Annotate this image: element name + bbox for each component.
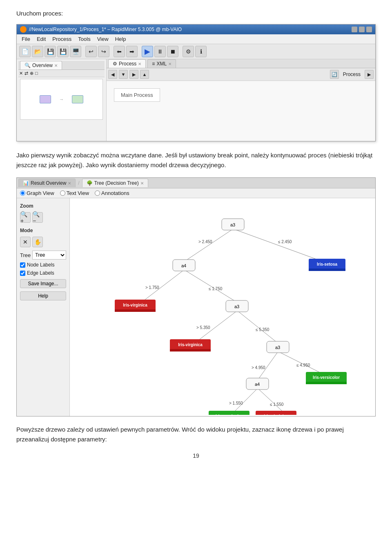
select-mode-btn[interactable]: ✕ <box>20 237 31 247</box>
menu-help[interactable]: Help <box>112 35 129 43</box>
menu-process[interactable]: Process <box>49 35 75 43</box>
iris-virginica-2-bar <box>170 349 211 352</box>
tree-tab[interactable]: 🌳 Tree (Decision Tree) ✕ <box>82 179 148 187</box>
tree-select-label: Tree <box>20 252 31 258</box>
toolbar-settings[interactable]: ⚙ <box>183 46 194 57</box>
tree-select-row: Tree Tree <box>20 251 66 260</box>
menu-view[interactable]: View <box>94 35 112 43</box>
toolbar-info[interactable]: ℹ <box>195 46 207 57</box>
edge-label-a3mid-vir2: > 5.350 <box>196 325 210 330</box>
minimize-btn[interactable] <box>352 27 357 32</box>
toolbar-open[interactable]: 📂 <box>32 46 43 57</box>
text-view-radio[interactable]: Text View <box>60 190 89 196</box>
node-labels-checkbox[interactable] <box>20 262 25 268</box>
app-window: //NewLocalRepository_1/Proces_1* – Rapid… <box>16 24 376 141</box>
left-panel-icon2: ⇄ <box>24 71 28 76</box>
close-btn[interactable] <box>366 27 372 32</box>
toolbar-export[interactable]: 🖥️ <box>70 46 81 57</box>
edge-root-a4 <box>184 229 233 262</box>
menu-tools[interactable]: Tools <box>75 35 94 43</box>
toolbar-back[interactable]: ⬅ <box>114 46 125 57</box>
nav-back[interactable]: ◀ <box>108 70 117 79</box>
graph-view-radio[interactable]: Graph View <box>20 190 54 196</box>
result-window: 📊 Result Overview ✕ / 🌳 Tree (Decision T… <box>16 177 376 416</box>
help-btn[interactable]: Help <box>20 291 66 300</box>
pan-mode-btn[interactable]: ✋ <box>32 237 43 247</box>
tree-layout: Zoom 🔍+ 🔍− Mode ✕ ✋ Tree Tree Node Label… <box>17 198 375 416</box>
toolbar-fwd[interactable]: ➡ <box>126 46 138 57</box>
toolbar-save2[interactable]: 💾 <box>57 46 69 57</box>
xml-tab-close[interactable]: ✕ <box>168 62 172 66</box>
iris-virginica-1-bar <box>115 309 156 312</box>
node-a3-mid-label: a3 <box>234 304 239 309</box>
node-a3-low-label: a3 <box>275 345 280 350</box>
nav-up[interactable]: ▲ <box>140 70 149 79</box>
graph-view-label: Graph View <box>27 190 54 196</box>
node-iris-versicolor-1-label: Iris-versicolor <box>313 375 340 380</box>
annotations-radio[interactable]: Annotations <box>95 190 129 196</box>
mode-label: Mode <box>20 228 66 233</box>
nav-dropdown[interactable]: ▼ <box>119 70 128 79</box>
tree-tab-label: Tree (Decision Tree) <box>94 180 139 186</box>
tree-tab-close[interactable]: ✕ <box>140 181 144 186</box>
xml-tab[interactable]: ≡ XML ✕ <box>147 59 176 68</box>
mini-arrow: → <box>59 97 64 102</box>
node-labels-row[interactable]: Node Labels <box>20 262 66 268</box>
tree-dropdown[interactable]: Tree <box>32 251 66 260</box>
edge-label-root-setosa: ≤ 2.450 <box>278 240 292 244</box>
mini-node-1 <box>40 95 51 103</box>
result-overview-tab[interactable]: 📊 Result Overview ✕ <box>18 179 76 187</box>
edge-labels-row[interactable]: Edge Labels <box>20 270 66 276</box>
edge-label-a3low-vers1: ≤ 4.950 <box>296 363 310 367</box>
search-icon: 🔍 <box>24 63 31 68</box>
zoom-out-btn[interactable]: 🔍− <box>32 212 43 223</box>
annotations-label: Annotations <box>101 190 129 196</box>
toolbar-undo[interactable]: ↩ <box>85 46 97 57</box>
page-number: 19 <box>16 452 376 459</box>
edge-root-setosa <box>233 229 323 262</box>
toolbar-new[interactable]: 📄 <box>19 46 31 57</box>
toolbar-redo[interactable]: ↪ <box>98 46 109 57</box>
graph-view-input[interactable] <box>20 190 25 196</box>
mini-node-2 <box>72 95 83 103</box>
xml-tab-icon: ≡ <box>152 61 155 67</box>
menu-edit[interactable]: Edit <box>33 35 49 43</box>
toolbar-run[interactable]: ▶ <box>142 46 153 57</box>
node-iris-virginica-2-label: Iris-virginica <box>178 343 203 347</box>
node-iris-virginica-1-label: Iris-virginica <box>123 303 147 307</box>
nav-play[interactable]: ▶ <box>365 70 374 79</box>
process-tab-label: Process <box>119 61 136 67</box>
edge-label-a4-vir1: > 1.750 <box>145 285 159 290</box>
process-label: Process <box>341 71 363 78</box>
process-tab[interactable]: ⚙ Process ✕ <box>108 59 146 68</box>
maximize-btn[interactable] <box>359 27 365 32</box>
menu-file[interactable]: File <box>18 35 33 43</box>
overview-tab-close[interactable]: ✕ <box>54 63 58 68</box>
left-panel-icon4: □ <box>35 71 38 76</box>
left-tab-bar: 🔍 Overview ✕ <box>18 61 105 70</box>
nav-forward[interactable]: ▶ <box>129 70 138 79</box>
zoom-in-btn[interactable]: 🔍+ <box>20 212 31 223</box>
toolbar-save[interactable]: 💾 <box>45 46 56 57</box>
overview-tab[interactable]: 🔍 Overview ✕ <box>20 61 62 69</box>
node-a3-root-label: a3 <box>230 222 235 227</box>
window-controls <box>352 27 372 32</box>
window-title: //NewLocalRepository_1/Proces_1* – Rapid… <box>29 27 349 32</box>
save-image-btn[interactable]: Save Image... <box>20 279 66 288</box>
result-overview-close[interactable]: ✕ <box>68 181 71 186</box>
xml-tab-label: XML <box>156 61 167 67</box>
text-view-input[interactable] <box>60 190 65 196</box>
annotations-input[interactable] <box>95 190 100 196</box>
node-iris-setosa-label: Iris-setosa <box>317 262 337 266</box>
result-overview-label: Result Overview <box>31 180 66 186</box>
zoom-label: Zoom <box>20 203 66 209</box>
overview-area: → <box>20 79 103 120</box>
right-content: Main Process <box>107 81 375 141</box>
process-tab-close[interactable]: ✕ <box>138 62 141 66</box>
left-panel: 🔍 Overview ✕ ✕ ⇄ ⊕ □ → <box>17 59 107 141</box>
toolbar-stop[interactable]: ⏹ <box>167 46 178 57</box>
iris-setosa-bar <box>309 269 345 271</box>
nav-refresh[interactable]: 🔄 <box>330 70 339 79</box>
toolbar-pause[interactable]: ⏸ <box>154 46 166 57</box>
edge-labels-checkbox[interactable] <box>20 271 25 276</box>
